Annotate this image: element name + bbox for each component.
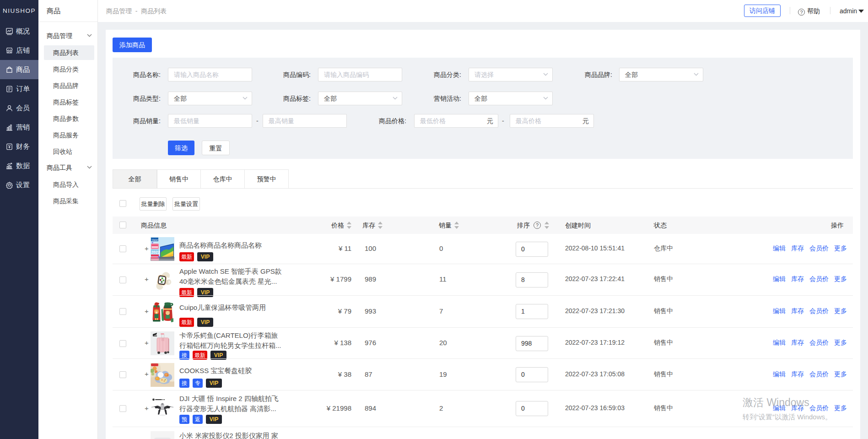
- svg-text:Haier: Haier: [152, 238, 158, 241]
- svg-text:2022: 2022: [151, 249, 160, 254]
